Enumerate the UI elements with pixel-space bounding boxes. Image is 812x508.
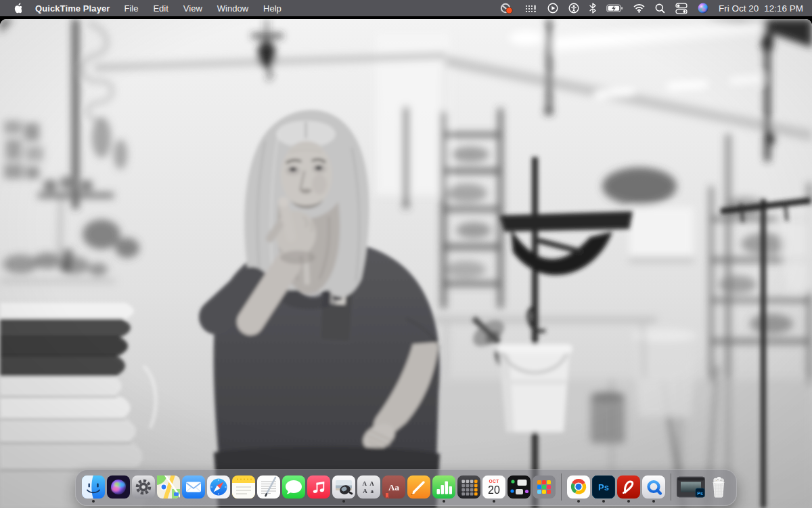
dock-acrobat-icon[interactable] — [617, 475, 640, 499]
menu-edit[interactable]: Edit — [145, 3, 175, 14]
dock-preview-icon[interactable] — [332, 475, 355, 499]
dock-divider — [561, 473, 562, 501]
dock-mail-icon[interactable] — [182, 475, 205, 499]
dock-system-settings-icon[interactable] — [132, 475, 155, 499]
menu-file[interactable]: File — [116, 3, 145, 14]
dock-calendar-icon[interactable]: OCT 20 — [482, 475, 505, 499]
dock: A A A a Aa — [75, 469, 737, 506]
minimized-window-ps-badge: Ps — [697, 491, 703, 496]
dock-maps-icon[interactable] — [157, 475, 180, 499]
spotlight-search-icon[interactable] — [655, 0, 665, 16]
dock-quicktime-icon[interactable] — [642, 475, 665, 499]
active-app-name[interactable]: QuickTime Player — [28, 3, 116, 14]
dock-calculator-icon[interactable] — [457, 475, 480, 499]
dock-siri-icon[interactable] — [107, 475, 130, 499]
dock-numbers-icon[interactable] — [432, 475, 455, 499]
status-time: 12:16 PM — [764, 3, 803, 14]
apple-menu-icon[interactable] — [0, 3, 28, 14]
status-date: Fri Oct 20 — [719, 3, 759, 14]
dock-font-book-icon[interactable]: A A A a — [357, 475, 380, 499]
dock-mission-control-icon[interactable] — [508, 475, 531, 499]
menu-bar-clock[interactable]: Fri Oct 20 12:16 PM — [719, 3, 803, 14]
dock-divider — [671, 473, 671, 501]
dock-launchpad-icon[interactable] — [533, 475, 556, 499]
menu-window[interactable]: Window — [210, 3, 256, 14]
dock-dictionary-icon[interactable]: Aa — [382, 475, 405, 499]
workshop-scene-illustration — [0, 19, 812, 508]
calendar-month: OCT — [489, 479, 499, 484]
now-playing-icon[interactable] — [547, 0, 558, 16]
menu-view[interactable]: View — [176, 3, 210, 14]
battery-charging-icon[interactable] — [606, 0, 623, 16]
dock-trash-icon[interactable] — [707, 475, 730, 499]
bluetooth-icon[interactable] — [589, 0, 596, 16]
dock-textedit-icon[interactable] — [257, 475, 280, 499]
dock-chrome-icon[interactable] — [567, 475, 590, 499]
dictionary-glyph: Aa — [388, 482, 399, 492]
photoshop-glyph: Ps — [598, 482, 609, 492]
dock-music-icon[interactable] — [307, 475, 330, 499]
screen-recording-indicator-icon[interactable] — [499, 0, 514, 16]
dock-notes-icon[interactable] — [232, 475, 255, 499]
wifi-icon[interactable] — [633, 0, 645, 16]
control-center-icon[interactable] — [675, 0, 687, 16]
dots-grid-alert-icon[interactable] — [524, 0, 537, 16]
dock-photoshop-icon[interactable]: Ps — [592, 475, 615, 499]
dock-pages-icon[interactable] — [407, 475, 430, 499]
dock-safari-icon[interactable] — [207, 475, 230, 499]
dock-messages-icon[interactable] — [282, 475, 305, 499]
calendar-day: 20 — [488, 484, 500, 496]
dock-minimized-photoshop-window[interactable]: Ps — [677, 476, 705, 498]
menu-bar: QuickTime Player File Edit View Window H… — [0, 0, 812, 16]
menu-help[interactable]: Help — [256, 3, 289, 14]
video-frame — [0, 19, 812, 508]
dock-finder-icon[interactable] — [82, 475, 105, 499]
siri-icon[interactable] — [698, 0, 708, 16]
font-book-glyph-1: A A — [363, 480, 376, 487]
font-book-glyph-2: A a — [363, 488, 374, 494]
accessibility-icon[interactable] — [568, 0, 579, 16]
